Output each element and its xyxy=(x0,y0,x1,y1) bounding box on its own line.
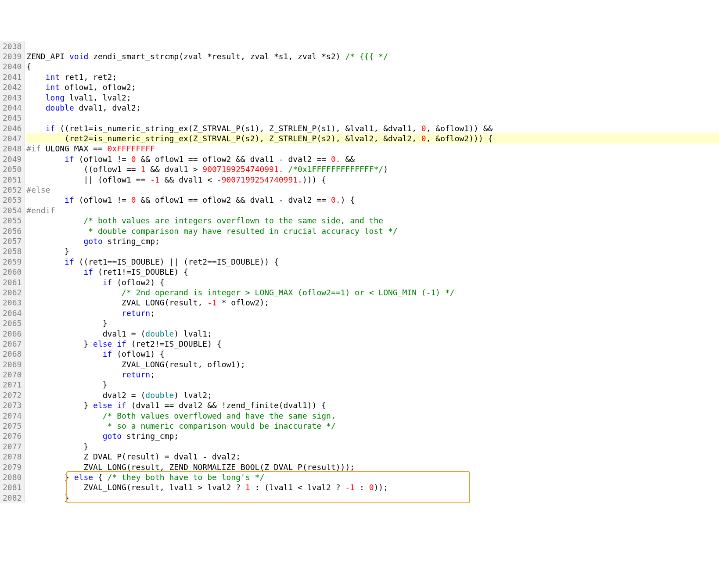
token-cast: double xyxy=(145,329,174,338)
token-txt: (oflow1 != xyxy=(74,195,131,204)
line-number: 2054 xyxy=(3,205,22,215)
code-line[interactable]: } xyxy=(26,246,719,256)
code-line[interactable]: * so a numeric comparison would be inacc… xyxy=(26,421,719,431)
code-line[interactable]: ZVAL_LONG(result, -1 * oflow2); xyxy=(26,298,719,308)
token-preproc: #if xyxy=(26,144,41,153)
code-line[interactable]: * double comparison may have resulted in… xyxy=(26,226,719,236)
token-txt: ZVAL_LONG(result, xyxy=(26,298,207,307)
token-txt: (ret1!=IS_DOUBLE) { xyxy=(93,267,188,276)
token-txt: ret1, ret2; xyxy=(60,72,117,82)
line-number: 2074 xyxy=(3,411,22,421)
code-line[interactable]: ZVAL_LONG(result, ZEND_NORMALIZE_BOOL(Z_… xyxy=(26,462,719,472)
code-line[interactable] xyxy=(26,113,719,123)
code-line[interactable]: /* Both values overflowed and have the s… xyxy=(26,411,719,421)
line-number: 2076 xyxy=(3,431,22,441)
token-kw-flow: if xyxy=(65,154,74,164)
code-area[interactable]: ZEND_API void zendi_smart_strcmp(zval *r… xyxy=(25,41,719,503)
code-line[interactable]: } else if (dval1 == dval2 && !zend_finit… xyxy=(26,400,719,410)
code-line[interactable]: } xyxy=(26,318,719,328)
token-txt: ) xyxy=(383,165,388,174)
code-line[interactable]: #else xyxy=(26,185,719,195)
code-line[interactable]: (ret2=is_numeric_string_ex(Z_STRVAL_P(s2… xyxy=(26,133,719,143)
code-line[interactable]: /* both values are integers overflown to… xyxy=(26,215,719,226)
token-txt xyxy=(26,370,122,379)
token-txt: } xyxy=(26,247,69,256)
line-number: 2069 xyxy=(3,359,22,369)
code-line[interactable]: ZVAL_LONG(result, lval1 > lval2 ? 1 : (l… xyxy=(26,482,719,492)
token-num: 0. xyxy=(331,195,341,204)
code-line[interactable]: if (oflow1 != 0 && oflow1 == oflow2 && d… xyxy=(26,195,719,205)
token-kw-type: long xyxy=(46,93,65,102)
code-line[interactable]: if (oflow1) { xyxy=(26,349,719,359)
code-line[interactable]: } xyxy=(26,380,719,390)
token-txt: (ret2!=IS_DOUBLE) { xyxy=(126,339,222,348)
token-txt xyxy=(26,195,65,204)
code-line[interactable]: if (oflow1 != 0 && oflow1 == oflow2 && d… xyxy=(26,154,719,164)
line-number: 2063 xyxy=(3,298,22,308)
code-line[interactable]: /* 2nd operand is integer > LONG_MAX (of… xyxy=(26,287,719,298)
line-number: 2047 xyxy=(3,133,22,143)
code-line[interactable]: } xyxy=(26,441,719,452)
token-txt: ZVAL_LONG(result, ZEND_NORMALIZE_BOOL(Z_… xyxy=(26,463,355,472)
code-line[interactable]: long lval1, lval2; xyxy=(26,93,719,103)
code-line[interactable]: ZEND_API void zendi_smart_strcmp(zval *r… xyxy=(26,51,719,61)
line-number: 2078 xyxy=(3,452,22,462)
code-line[interactable]: dval2 = (double) lval2; xyxy=(26,390,719,400)
line-number: 2056 xyxy=(3,226,22,236)
code-line[interactable]: if (oflow2) { xyxy=(26,277,719,287)
token-kw-type: int xyxy=(46,82,60,92)
code-line[interactable]: ZVAL_LONG(result, oflow1); xyxy=(26,359,719,369)
token-txt: (oflow1 != xyxy=(74,154,131,164)
token-txt: ; xyxy=(150,370,155,379)
code-line[interactable]: if ((ret1=is_numeric_string_ex(Z_STRVAL_… xyxy=(26,123,719,133)
code-line[interactable]: int oflow1, oflow2; xyxy=(26,82,719,92)
token-kw-flow: else if xyxy=(93,401,126,410)
code-line[interactable] xyxy=(26,41,719,51)
code-line[interactable]: if ((ret1==IS_DOUBLE) || (ret2==IS_DOUBL… xyxy=(26,257,719,267)
line-number: 2082 xyxy=(3,493,22,503)
code-line[interactable]: } xyxy=(26,493,719,503)
code-line[interactable]: Z_DVAL_P(result) = dval1 - dval2; xyxy=(26,452,719,462)
token-kw-flow: if xyxy=(103,278,112,287)
token-kw-flow: if xyxy=(65,195,74,204)
code-line[interactable]: int ret1, ret2; xyxy=(26,72,719,82)
token-txt: } xyxy=(26,380,107,389)
token-comment: /* both values are integers overflown to… xyxy=(83,216,383,225)
line-number: 2068 xyxy=(3,349,22,359)
token-txt: )); xyxy=(374,483,388,492)
token-kw-flow: goto xyxy=(103,431,122,441)
code-line[interactable]: || (oflow1 == -1 && dval1 < -90071992547… xyxy=(26,175,719,185)
token-txt: (oflow2) { xyxy=(112,278,164,287)
code-line[interactable]: if (ret1!=IS_DOUBLE) { xyxy=(26,267,719,277)
token-preproc: #endif xyxy=(26,206,55,215)
code-line[interactable]: } else { /* they both have to be long's … xyxy=(26,472,719,482)
line-number: 2045 xyxy=(3,113,22,123)
token-num: -9007199254740991. xyxy=(217,175,302,184)
token-txt: ((ret1==IS_DOUBLE) || (ret2==IS_DOUBLE))… xyxy=(74,257,279,266)
line-number: 2040 xyxy=(3,61,22,72)
token-txt: } xyxy=(26,473,74,482)
line-number: 2075 xyxy=(3,421,22,431)
code-line[interactable]: } else if (ret2!=IS_DOUBLE) { xyxy=(26,339,719,349)
line-number: 2066 xyxy=(3,329,22,339)
line-number: 2064 xyxy=(3,308,22,318)
token-txt: ) lval2; xyxy=(174,391,212,400)
line-number: 2062 xyxy=(3,287,22,298)
code-line[interactable]: #endif xyxy=(26,205,719,215)
token-txt xyxy=(26,93,45,102)
line-number: 2057 xyxy=(3,236,22,246)
token-txt: && xyxy=(341,154,355,164)
code-line[interactable]: return; xyxy=(26,369,719,380)
code-line[interactable]: { xyxy=(26,61,719,72)
code-line[interactable]: goto string_cmp; xyxy=(26,431,719,441)
token-txt: dval1 = ( xyxy=(26,329,145,338)
code-line[interactable]: double dval1, dval2; xyxy=(26,103,719,113)
line-number: 2048 xyxy=(3,143,22,154)
code-line[interactable]: return; xyxy=(26,308,719,318)
token-num: 0xFFFFFFFF xyxy=(108,144,155,153)
code-line[interactable]: #if ULONG_MAX == 0xFFFFFFFF xyxy=(26,143,719,154)
code-line[interactable]: goto string_cmp; xyxy=(26,236,719,246)
code-editor[interactable]: 2038203920402041204220432044204520462047… xyxy=(0,41,719,503)
code-line[interactable]: dval1 = (double) lval1; xyxy=(26,329,719,339)
code-line[interactable]: ((oflow1 == 1 && dval1 > 900719925474099… xyxy=(26,164,719,174)
